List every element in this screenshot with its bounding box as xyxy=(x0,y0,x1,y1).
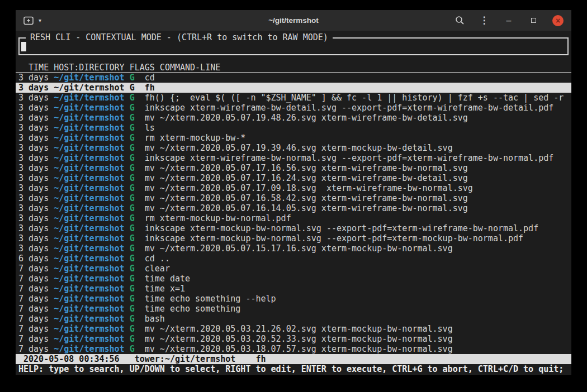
history-row[interactable]: 3 days ~/git/termshot G mv ~/xterm.2020.… xyxy=(16,193,571,203)
row-time: 7 days xyxy=(18,344,54,354)
row-time: 7 days xyxy=(18,274,54,284)
new-tab-button[interactable]: ▾ xyxy=(23,16,41,25)
resh-search-box[interactable]: RESH CLI - CONTEXTUAL MODE - (CTRL+R to … xyxy=(18,37,569,55)
resh-mode-title: RESH CLI - CONTEXTUAL MODE - (CTRL+R to … xyxy=(26,32,333,42)
column-headers: TIME HOST:DIRECTORY FLAGS COMMAND-LINE xyxy=(16,63,571,73)
row-command: cd .. xyxy=(145,254,170,264)
row-flags: G xyxy=(130,193,145,203)
row-flags: G xyxy=(130,73,145,83)
row-command: rm xterm-mockup-bw-normal.pdf xyxy=(145,213,291,223)
kebab-menu-icon: ⋮ xyxy=(480,15,489,26)
history-row[interactable]: 3 days ~/git/termshot G rm xterm-mockup-… xyxy=(16,213,571,223)
row-flags: G xyxy=(130,203,145,213)
history-row[interactable]: 7 days ~/git/termshot G time x=1 xyxy=(16,284,571,294)
row-host: ~/git/termshot xyxy=(54,324,129,334)
history-row[interactable]: 7 days ~/git/termshot G mv ~/xterm.2020.… xyxy=(16,324,571,334)
row-flags: G xyxy=(130,163,145,173)
row-host: ~/git/termshot xyxy=(54,203,129,213)
row-command: mv ~/xterm.2020.05.03.20.52.33.svg xterm… xyxy=(145,334,453,344)
text-cursor xyxy=(21,42,26,51)
row-host: ~/git/termshot xyxy=(54,223,129,233)
row-command: inkscape xterm-wireframe-bw-detail.svg -… xyxy=(145,103,554,113)
history-row[interactable]: 3 days ~/git/termshot G inkscape xterm-m… xyxy=(16,233,571,243)
row-host: ~/git/termshot xyxy=(54,233,129,243)
row-command: inkscape xterm-mockup-bw-normal.svg --ex… xyxy=(145,233,523,243)
history-row[interactable]: 7 days ~/git/termshot G time echo someth… xyxy=(16,304,571,314)
history-row[interactable]: 3 days ~/git/termshot G inkscape xterm-w… xyxy=(16,153,571,163)
row-command: mv ~/xterm.2020.05.03.21.26.02.svg xterm… xyxy=(145,324,453,334)
row-command: bash xyxy=(145,314,165,324)
help-bar: HELP: type to search, UP/DOWN to select,… xyxy=(16,364,571,374)
row-flags: G xyxy=(130,274,145,284)
restore-button[interactable] xyxy=(528,15,539,26)
history-row[interactable]: 3 days ~/git/termshot G inkscape xterm-w… xyxy=(16,103,571,113)
row-time: 7 days xyxy=(18,324,54,334)
row-flags: G xyxy=(130,334,145,344)
history-row[interactable]: 3 days ~/git/termshot G mv ~/xterm.2020.… xyxy=(16,173,571,183)
row-time: 3 days xyxy=(18,133,54,143)
menu-button[interactable]: ⋮ xyxy=(479,15,490,26)
history-row[interactable]: 7 days ~/git/termshot G mv ~/xterm.2020.… xyxy=(16,334,571,344)
terminal-content[interactable]: RESH CLI - CONTEXTUAL MODE - (CTRL+R to … xyxy=(16,31,571,375)
history-row[interactable]: 3 days ~/git/termshot G mv ~/xterm.2020.… xyxy=(16,163,571,173)
history-row[interactable]: 7 days ~/git/termshot G mv ~/xterm.2020.… xyxy=(16,344,571,354)
row-flags: G xyxy=(130,143,145,153)
row-host: ~/git/termshot xyxy=(54,294,129,304)
history-row[interactable]: 3 days ~/git/termshot G mv ~/xterm.2020.… xyxy=(16,203,571,213)
row-command: inkscape xterm-mockup-bw-normal.svg --ex… xyxy=(145,223,538,233)
history-row[interactable]: 7 days ~/git/termshot G clear xyxy=(16,264,571,274)
history-row[interactable]: 3 days ~/git/termshot G mv ~/xterm.2020.… xyxy=(16,113,571,123)
history-row[interactable]: 3 days ~/git/termshot G ls xyxy=(16,123,571,133)
row-command: cd xyxy=(145,73,155,83)
history-row[interactable]: 3 days ~/git/termshot G fh xyxy=(16,83,571,93)
row-time: 7 days xyxy=(18,284,54,294)
row-command: time echo something xyxy=(145,304,241,314)
row-time: 3 days xyxy=(18,213,54,223)
row-flags: G xyxy=(130,264,145,274)
row-host: ~/git/termshot xyxy=(54,133,129,143)
row-time: 7 days xyxy=(18,264,54,274)
row-command: inkscape xterm-wireframe-bw-normal.svg -… xyxy=(145,153,554,163)
row-host: ~/git/termshot xyxy=(54,163,129,173)
history-row[interactable]: 6 days ~/git/termshot G cd .. xyxy=(16,254,571,264)
row-command: time echo something --help xyxy=(145,294,276,304)
history-row[interactable]: 3 days ~/git/termshot G fh() {; eval $( … xyxy=(16,93,571,103)
row-host: ~/git/termshot xyxy=(54,183,129,193)
row-command: mv ~/xterm.2020.05.07.16.14.05.svg xterm… xyxy=(145,203,468,213)
row-host: ~/git/termshot xyxy=(54,93,129,103)
row-time: 3 days xyxy=(18,93,54,103)
row-flags: G xyxy=(130,173,145,183)
row-command: mv ~/xterm.2020.05.03.18.07.57.svg xterm… xyxy=(145,344,453,354)
row-command: rm xterm-mockup-bw-* xyxy=(145,133,246,143)
row-command: ls xyxy=(145,123,155,133)
history-row[interactable]: 3 days ~/git/termshot G mv ~/xterm.2020.… xyxy=(16,183,571,193)
row-time: 3 days xyxy=(18,233,54,243)
history-row[interactable]: 3 days ~/git/termshot G mv ~/xterm.2020.… xyxy=(16,143,571,153)
row-flags: G xyxy=(130,133,145,143)
close-button[interactable]: × xyxy=(552,15,564,26)
history-row[interactable]: 3 days ~/git/termshot G mv ~/xterm.2020.… xyxy=(16,243,571,254)
row-command: mv ~/xterm.2020.05.07.19.48.26.svg xterm… xyxy=(145,113,468,123)
row-flags: G xyxy=(130,254,145,264)
row-host: ~/git/termshot xyxy=(54,113,129,123)
row-host: ~/git/termshot xyxy=(54,344,129,354)
history-row[interactable]: 7 days ~/git/termshot G time echo someth… xyxy=(16,294,571,304)
row-time: 3 days xyxy=(18,153,54,163)
new-tab-icon xyxy=(23,16,35,25)
history-row[interactable]: 3 days ~/git/termshot G rm xterm-mockup-… xyxy=(16,133,571,143)
row-command: mv ~/xterm.2020.05.07.16.58.42.svg xterm… xyxy=(145,193,468,203)
history-row[interactable]: 7 days ~/git/termshot G bash xyxy=(16,314,571,324)
search-button[interactable] xyxy=(454,15,465,26)
row-flags: G xyxy=(130,304,145,314)
row-host: ~/git/termshot xyxy=(54,143,129,153)
titlebar[interactable]: ▾ ~/git/termshot ⋮ – × xyxy=(16,10,571,31)
minimize-button[interactable]: – xyxy=(503,15,514,26)
row-flags: G xyxy=(130,213,145,223)
history-row[interactable]: 7 days ~/git/termshot G time date xyxy=(16,274,571,284)
history-row[interactable]: 3 days ~/git/termshot G inkscape xterm-m… xyxy=(16,223,571,233)
row-time: 3 days xyxy=(18,123,54,133)
row-host: ~/git/termshot xyxy=(54,173,129,183)
history-row[interactable]: 3 days ~/git/termshot G cd xyxy=(16,73,571,83)
row-flags: G xyxy=(130,103,145,113)
row-time: 7 days xyxy=(18,294,54,304)
